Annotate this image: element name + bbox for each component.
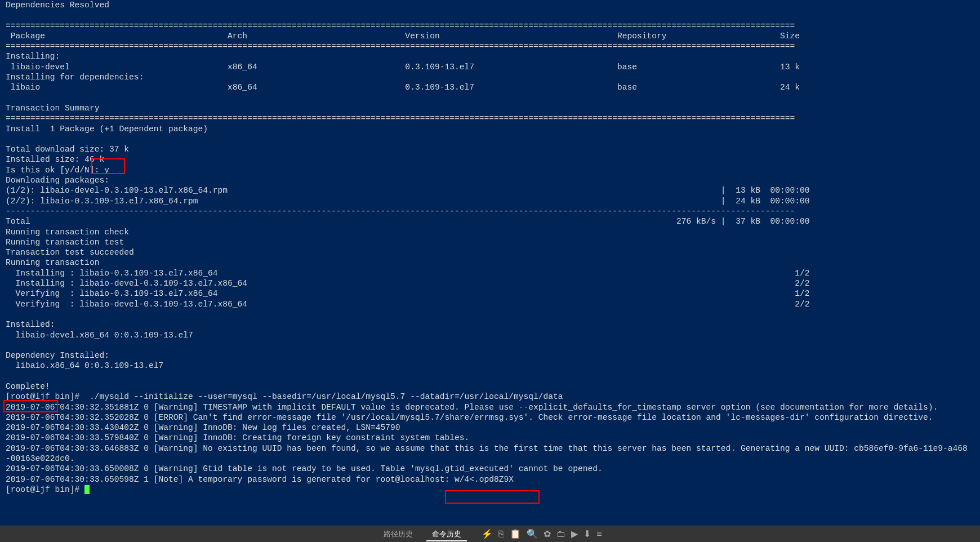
play-icon[interactable]: ▶ [571,529,578,539]
terminal-line: 2019-07-06T04:30:32.352028Z 0 [ERROR] Ca… [6,412,974,423]
search-icon[interactable]: 🔍 [527,529,538,539]
terminal-line: Total 276 kB/s | 37 kB 00:00:00 [6,216,974,226]
terminal-line: Verifying : libaio-devel-0.3.109-13.el7.… [6,299,974,309]
terminal-line: Running transaction [6,257,974,268]
terminal-line: 2019-07-06T04:30:33.430402Z 0 [Warning] … [6,423,974,433]
terminal-line: libaio.x86_64 0:0.3.109-13.el7 [6,361,974,371]
terminal-line: 2019-07-06T04:30:33.650008Z 0 [Warning] … [6,464,974,474]
terminal-line: Package Arch Version Repository Size [6,31,974,41]
terminal-line: Running transaction test [6,237,974,247]
terminal-line [6,10,974,20]
tab-path-history[interactable]: 路径历史 [378,527,418,541]
terminal-line: -00163e022dc0. [6,454,974,464]
terminal-line: (2/2): libaio-0.3.109-13.el7.x86_64.rpm … [6,196,974,206]
terminal-line: Dependencies Resolved [6,0,974,10]
terminal-line: Installed: [6,319,974,330]
terminal-line [6,134,974,144]
terminal-line: Install 1 Package (+1 Dependent package) [6,124,974,134]
terminal-line: Complete! [6,381,974,392]
terminal-line: Total download size: 37 k [6,144,974,154]
terminal-line: Installing : libaio-0.3.109-13.el7.x86_6… [6,268,974,278]
paste-icon[interactable]: 📋 [510,529,521,539]
terminal-line: Installing: [6,51,974,61]
terminal-line: Dependency Installed: [6,350,974,361]
terminal-line [6,340,974,350]
menu-icon[interactable]: ≡ [596,529,602,539]
terminal-line: Transaction test succeeded [6,247,974,257]
gear-icon[interactable]: ✿ [544,529,551,539]
terminal-line: 2019-07-06T04:30:33.579840Z 0 [Warning] … [6,433,974,443]
terminal-line: libaio-devel x86_64 0.3.109-13.el7 base … [6,62,974,72]
terminal-cursor [84,485,90,494]
terminal-line: libaio x86_64 0.3.109-13.el7 base 24 k [6,82,974,92]
terminal-line [6,371,974,381]
terminal-line: ========================================… [6,41,974,51]
terminal-line: libaio-devel.x86_64 0:0.3.109-13.el7 [6,330,974,340]
download-icon[interactable]: ⬇ [583,529,591,539]
terminal-line: Downloading packages: [6,175,974,185]
terminal-line: Running transaction check [6,227,974,237]
folder-icon[interactable]: 🗀 [556,529,565,539]
copy-icon[interactable]: ⎘ [498,529,504,539]
terminal-line: (1/2): libaio-devel-0.3.109-13.el7.x86_6… [6,185,974,196]
bolt-icon[interactable]: ⚡ [482,529,493,539]
terminal-line: ========================================… [6,21,974,31]
terminal-line: ========================================… [6,113,974,123]
terminal-line: Verifying : libaio-0.3.109-13.el7.x86_64… [6,288,974,299]
tab-command-history[interactable]: 命令历史 [426,527,467,541]
terminal-line: [root@ljf bin]# [6,485,974,495]
terminal-line: 2019-07-06T04:30:33.646883Z 0 [Warning] … [6,443,974,454]
terminal-line: Is this ok [y/d/N]: y [6,165,974,175]
terminal-line [6,93,974,103]
terminal-line: 2019-07-06T04:30:33.650598Z 1 [Note] A t… [6,474,974,485]
terminal-line: ----------------------------------------… [6,206,974,216]
status-bar: 路径历史 命令历史 ⚡ ⎘ 📋 🔍 ✿ 🗀 ▶ ⬇ ≡ [0,526,980,542]
terminal-line: Transaction Summary [6,103,974,113]
terminal-line: 2019-07-06T04:30:32.351881Z 0 [Warning] … [6,402,974,412]
terminal-line [6,309,974,319]
terminal-line: Installed size: 46 k [6,154,974,165]
toolbar-icons: ⚡ ⎘ 📋 🔍 ✿ 🗀 ▶ ⬇ ≡ [482,529,602,539]
terminal-output[interactable]: Dependencies Resolved===================… [0,0,980,495]
terminal-line: Installing : libaio-devel-0.3.109-13.el7… [6,278,974,288]
terminal-line: Installing for dependencies: [6,72,974,82]
terminal-line: [root@ljf bin]# ./mysqld --initialize --… [6,392,974,402]
